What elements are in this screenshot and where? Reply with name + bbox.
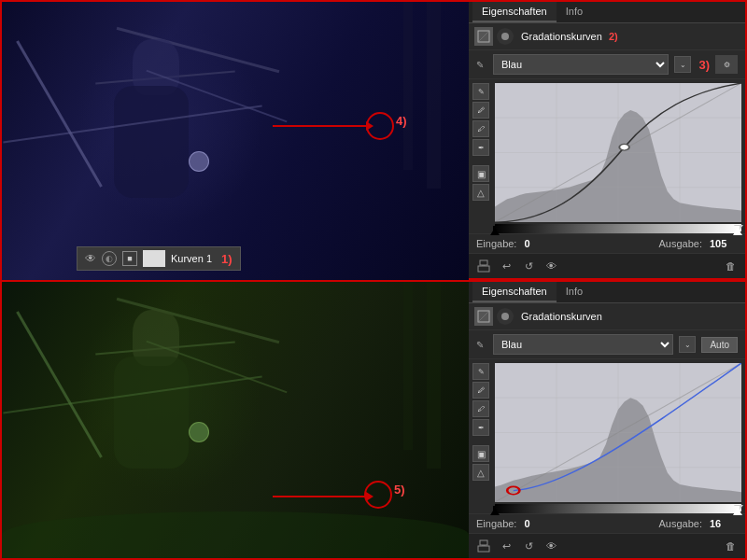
input-gradient-bottom (493, 506, 740, 513)
eyedropper-tool-top[interactable]: ✎ (472, 83, 489, 100)
visibility-icon-top[interactable]: 👁 (542, 257, 560, 275)
clip-to-layer-icon-bottom[interactable] (474, 537, 493, 555)
channel-row-top: ✎ Blau RGB Rot Grün ⌄ 3) ⚙ (469, 50, 745, 79)
bg-top (2, 2, 469, 280)
channel-select-bottom[interactable]: Blau RGB Rot Grün (493, 334, 673, 355)
delete-icon-top[interactable]: 🗑 (721, 257, 740, 275)
curve-display-top (495, 83, 741, 222)
tab-info-top[interactable]: Info (557, 2, 592, 22)
input-label-bottom: Eingabe: (476, 518, 516, 529)
arrow-line-bottom (273, 496, 366, 497)
properties-panel-bottom: Eigenschaften Info Gradationskurven (467, 280, 747, 560)
auto-options-top[interactable]: ⚙ (715, 55, 738, 74)
white-point-input-top[interactable] (733, 228, 742, 235)
svg-rect-26 (478, 546, 489, 552)
redo-icon-top[interactable]: ↩ (497, 257, 515, 275)
curve-area-bottom: ✎ 🖉 🖊 ✒ ▣ △ (469, 359, 745, 506)
reset-icon-bottom[interactable]: ↺ (519, 537, 538, 555)
curve-canvas-bottom[interactable] (495, 363, 741, 502)
annotation-circle-4 (366, 112, 394, 140)
pencil-tool-top[interactable]: ✎ (476, 60, 484, 70)
auto-button-bottom[interactable]: Auto (701, 337, 738, 353)
layer-thumbnail (143, 250, 165, 267)
curve-canvas-top[interactable] (495, 83, 741, 222)
layer-circle-icon-bottom[interactable] (497, 308, 514, 325)
curve-display-bottom (495, 363, 741, 502)
triangle-tool-top[interactable]: △ (472, 184, 489, 201)
mask-tool-top[interactable]: ▣ (472, 165, 489, 182)
panel-tabs-bottom: Eigenschaften Info (469, 282, 745, 303)
svg-point-10 (619, 144, 629, 150)
channel-arrow-icon-bottom[interactable]: ⌄ (679, 336, 696, 353)
input-value-top: 0 (524, 238, 552, 249)
svg-rect-11 (478, 266, 489, 272)
svg-rect-12 (480, 260, 487, 265)
annotation-4: 4) (396, 114, 407, 128)
pencil-tool-bottom[interactable]: ✎ (476, 340, 484, 350)
main-container: 👁 ◐ ■ Kurven 1 1) 4) (0, 0, 747, 560)
input-gradient-row-top (469, 226, 745, 233)
triangle-tool-bottom[interactable]: △ (472, 464, 489, 481)
title-text-top: Gradationskurven (521, 31, 602, 42)
channel-arrow-icon[interactable]: ⌄ (674, 56, 691, 73)
action-bar-bottom: ↩ ↺ 👁 🗑 (469, 533, 745, 558)
eyedropper-mid-top[interactable]: 🖊 (472, 120, 489, 137)
curve-area-top: ✎ 🖉 🖊 ✒ ▣ △ (469, 79, 745, 226)
input-value-bottom: 0 (524, 518, 552, 529)
input-gradient-top (493, 226, 740, 233)
output-value-bottom: 16 (710, 518, 738, 529)
panel-title-top: Gradationskurven 2) (521, 31, 740, 42)
tool-icons-top: ✎ (476, 60, 484, 70)
properties-panel-top: Eigenschaften Info Gradationskurven 2) (467, 0, 747, 280)
layer-bar: 👁 ◐ ■ Kurven 1 1) (77, 246, 241, 271)
output-label-top: Ausgabe: (659, 238, 702, 249)
layer-type-icon: ◐ (102, 251, 117, 266)
input-gradient-row-bottom (469, 506, 745, 513)
input-label-top: Eingabe: (476, 238, 516, 249)
svg-line-1 (478, 31, 489, 42)
layer-visibility-icon[interactable]: 👁 (85, 252, 96, 265)
reset-icon-top[interactable]: ↺ (519, 257, 538, 275)
curve-tools-top: ✎ 🖉 🖊 ✒ ▣ △ (472, 83, 491, 222)
eyedropper-tool-bottom[interactable]: ✎ (472, 363, 489, 380)
eyedropper-dark-bottom[interactable]: 🖉 (472, 382, 489, 399)
panel-title-bottom: Gradationskurven (521, 311, 740, 322)
image-panel-top: 👁 ◐ ■ Kurven 1 1) 4) (2, 2, 469, 280)
left-panels: 👁 ◐ ■ Kurven 1 1) 4) (0, 0, 467, 560)
output-label-bottom: Ausgabe: (659, 518, 702, 529)
black-point-input-top[interactable] (490, 228, 500, 235)
annotation-circle-5 (364, 481, 392, 509)
panel-tabs-top: Eigenschaften Info (469, 2, 745, 23)
panel-toolbar-top: Gradationskurven 2) (469, 23, 745, 50)
annotation-5: 5) (394, 483, 405, 497)
panel-toolbar-bottom: Gradationskurven (469, 303, 745, 330)
arrow-bottom (273, 492, 374, 501)
white-point-input-bottom[interactable] (733, 508, 742, 515)
mask-tool-bottom[interactable]: ▣ (472, 445, 489, 462)
redo-icon-bottom[interactable]: ↩ (497, 537, 515, 555)
eyedropper-light-top[interactable]: ✒ (472, 139, 489, 156)
curves-type-icon-bottom[interactable] (474, 307, 493, 326)
channel-row-bottom: ✎ Blau RGB Rot Grün ⌄ Auto (469, 330, 745, 359)
io-row-bottom: Eingabe: 0 Ausgabe: 16 (469, 513, 745, 533)
channel-select-top[interactable]: Blau RGB Rot Grün (493, 54, 669, 75)
visibility-icon-bottom[interactable]: 👁 (542, 537, 560, 555)
clip-to-layer-icon-top[interactable] (474, 257, 493, 275)
eyedropper-dark-top[interactable]: 🖉 (472, 102, 489, 119)
layer-mask-icon: ■ (122, 251, 137, 266)
layer-circle-icon[interactable] (497, 28, 514, 45)
right-panels: Eigenschaften Info Gradationskurven 2) (467, 0, 747, 560)
tab-eigenschaften-top[interactable]: Eigenschaften (472, 2, 557, 22)
bg-bottom (2, 282, 469, 558)
tab-eigenschaften-bottom[interactable]: Eigenschaften (472, 282, 557, 302)
black-point-input-bottom[interactable] (490, 508, 500, 515)
svg-rect-27 (480, 540, 487, 545)
eyedropper-mid-bottom[interactable]: 🖊 (472, 400, 489, 417)
tool-icons-bottom: ✎ (476, 340, 484, 350)
action-bar-top: ↩ ↺ 👁 🗑 (469, 253, 745, 278)
eyedropper-light-bottom[interactable]: ✒ (472, 419, 489, 436)
tab-info-bottom[interactable]: Info (557, 282, 592, 302)
delete-icon-bottom[interactable]: 🗑 (721, 537, 740, 555)
curves-type-icon[interactable] (474, 27, 493, 46)
svg-line-16 (478, 311, 489, 322)
